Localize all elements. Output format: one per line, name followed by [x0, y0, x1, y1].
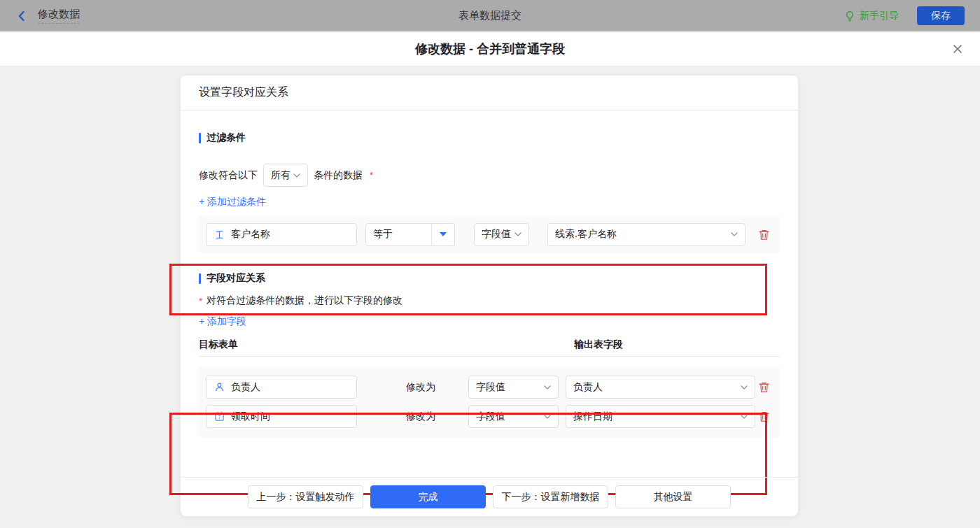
- close-button[interactable]: [952, 43, 963, 55]
- mapping-row: 7 领取时间 修改为 字段值 操作日期: [206, 405, 773, 428]
- add-field-link[interactable]: + 添加字段: [199, 316, 246, 327]
- workflow-name[interactable]: 修改数据: [38, 8, 80, 24]
- prev-step-button[interactable]: 上一步：设置触发动作: [248, 485, 363, 508]
- modal-title: 修改数据 - 合并到普通字段: [415, 41, 565, 57]
- condition-scope-value: 所有: [271, 169, 290, 182]
- add-filter-condition-link[interactable]: + 添加过滤条件: [199, 197, 266, 207]
- filter-value-select[interactable]: 线索.客户名称: [547, 223, 746, 246]
- mapping-value-value: 负责人: [573, 381, 603, 394]
- mapping-description: * 对符合过滤条件的数据，进行以下字段的修改: [199, 294, 780, 307]
- mapping-value-type-select[interactable]: 字段值: [468, 376, 559, 399]
- mapping-rows-container: 负责人 修改为 字段值 负责人: [199, 366, 780, 438]
- chevron-down-icon: [741, 385, 748, 390]
- mapping-value-value: 操作日期: [573, 411, 612, 423]
- filter-value-value: 线索.客户名称: [555, 228, 617, 241]
- text-field-icon: [214, 229, 225, 240]
- filter-section-title-label: 过滤条件: [206, 131, 246, 144]
- condition-prefix-label: 修改符合以下: [199, 169, 258, 182]
- lightbulb-icon: [844, 10, 855, 22]
- section-bar: [199, 273, 201, 284]
- close-icon: [952, 43, 963, 55]
- next-step-button[interactable]: 下一步：设置新增数据: [493, 485, 608, 508]
- mapping-field-value: 负责人: [231, 381, 260, 394]
- chevron-down-icon: [731, 232, 738, 236]
- done-button[interactable]: 完成: [370, 485, 486, 508]
- filter-field-value: 客户名称: [231, 228, 270, 241]
- chevron-down-icon: [514, 232, 522, 236]
- filter-field-input[interactable]: 客户名称: [206, 223, 357, 246]
- modify-to-label: 修改为: [406, 381, 435, 394]
- mapping-value-type-value: 字段值: [476, 411, 505, 423]
- chevron-down-icon: [293, 173, 300, 178]
- column-target-form: 目标表单: [199, 338, 238, 350]
- filter-section-title: 过滤条件: [199, 131, 780, 144]
- svg-text:7: 7: [218, 415, 221, 420]
- filter-value-type-select[interactable]: 字段值: [474, 223, 529, 246]
- back-button[interactable]: [15, 10, 28, 22]
- other-settings-button[interactable]: 其他设置: [615, 485, 731, 508]
- save-button[interactable]: 保存: [917, 6, 965, 25]
- mapping-value-select[interactable]: 负责人: [566, 376, 755, 399]
- column-output-field: 输出表字段: [574, 338, 623, 351]
- filter-operator-value: 等于: [366, 224, 431, 245]
- calendar-icon: 7: [214, 411, 225, 422]
- chevron-down-icon: [544, 415, 551, 419]
- condition-row: 修改符合以下 所有 条件的数据 *: [199, 164, 780, 187]
- beginner-guide-link[interactable]: 新手引导: [844, 10, 899, 22]
- mapping-field-input[interactable]: 负责人: [206, 376, 357, 399]
- condition-suffix-label: 条件的数据: [314, 169, 363, 182]
- mapping-description-text: 对符合过滤条件的数据，进行以下字段的修改: [206, 294, 402, 307]
- trash-icon: [758, 411, 770, 422]
- trash-icon: [758, 381, 770, 393]
- chevron-left-icon: [15, 10, 28, 22]
- modify-to-label: 修改为: [406, 411, 435, 423]
- mapping-section-title: 字段对应关系: [199, 272, 780, 285]
- beginner-guide-label: 新手引导: [860, 10, 899, 22]
- mapping-field-input[interactable]: 7 领取时间: [206, 405, 357, 428]
- form-submit-title: 表单数据提交: [0, 9, 980, 22]
- section-bar: [199, 133, 201, 143]
- filter-value-type-value: 字段值: [482, 228, 511, 241]
- delete-filter-row-button[interactable]: [758, 229, 770, 241]
- filter-operator-select[interactable]: 等于: [365, 223, 455, 246]
- mapping-row: 负责人 修改为 字段值 负责人: [206, 376, 773, 399]
- caret-down-icon: [431, 224, 454, 245]
- chevron-down-icon: [544, 385, 551, 390]
- modal-body: 设置字段对应关系 过滤条件 修改符合以下 所有 条件的数据 *: [0, 66, 980, 528]
- chevron-down-icon: [741, 415, 748, 419]
- required-asterisk: *: [370, 170, 373, 180]
- mapping-value-type-value: 字段值: [476, 381, 505, 394]
- filter-condition-row: 客户名称 等于 字段值 线索.客户名称: [199, 215, 780, 253]
- modal-header: 修改数据 - 合并到普通字段: [0, 31, 980, 66]
- trash-icon: [758, 229, 770, 241]
- mapping-section-title-label: 字段对应关系: [206, 272, 265, 285]
- card-footer: 上一步：设置触发动作 完成 下一步：设置新增数据 其他设置: [181, 477, 798, 516]
- mapping-value-select[interactable]: 操作日期: [566, 405, 755, 428]
- delete-mapping-row-button[interactable]: [758, 411, 770, 422]
- settings-card: 设置字段对应关系 过滤条件 修改符合以下 所有 条件的数据 *: [181, 76, 798, 516]
- person-icon: [214, 382, 225, 392]
- condition-scope-select[interactable]: 所有: [263, 164, 308, 187]
- mapping-value-type-select[interactable]: 字段值: [468, 405, 559, 428]
- delete-mapping-row-button[interactable]: [758, 381, 770, 393]
- mapping-field-value: 领取时间: [231, 411, 270, 423]
- card-header-title: 设置字段对应关系: [181, 76, 798, 110]
- divider: [199, 356, 780, 357]
- mapping-columns-header: 目标表单 输出表字段: [199, 338, 780, 350]
- top-bar: 表单数据提交 修改数据 新手引导 保存: [0, 0, 980, 31]
- required-asterisk: *: [199, 296, 202, 306]
